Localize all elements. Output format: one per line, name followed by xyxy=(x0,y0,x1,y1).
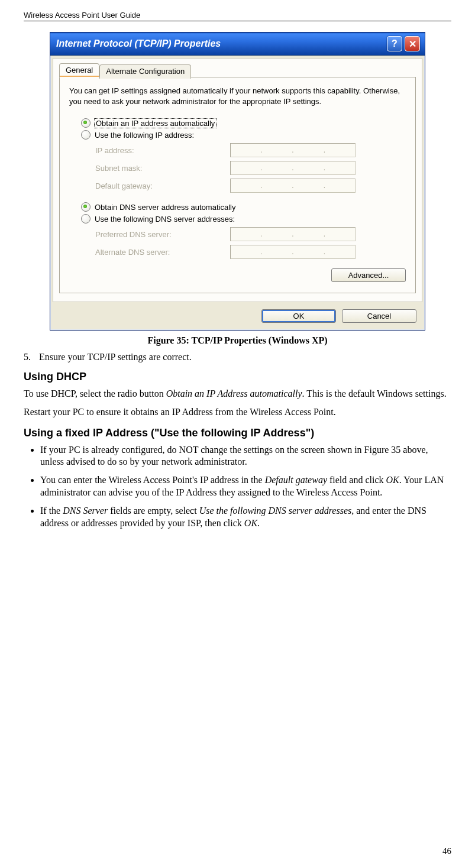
radio-use-following-ip[interactable]: Use the following IP address: xyxy=(81,130,406,140)
field-label: IP address: xyxy=(95,146,134,155)
ip-input[interactable]: ... xyxy=(230,161,356,175)
radio-icon xyxy=(81,118,91,128)
close-icon[interactable]: ✕ xyxy=(405,36,420,51)
text-run: . xyxy=(257,518,260,528)
ip-input[interactable]: ... xyxy=(230,179,356,193)
field-default-gateway: Default gateway: ... xyxy=(95,179,356,193)
step-5: 5.Ensure your TCP/IP settings are correc… xyxy=(24,352,451,362)
tab-general[interactable]: General xyxy=(59,63,99,77)
field-preferred-dns: Preferred DNS server: ... xyxy=(95,227,356,241)
ok-button[interactable]: OK xyxy=(261,309,336,323)
text-run: To use DHCP, select the radio button xyxy=(24,388,166,399)
help-icon[interactable]: ? xyxy=(387,36,402,51)
text-italic: OK xyxy=(386,475,399,485)
document-header: Wireless Access Point User Guide xyxy=(24,11,451,21)
radio-icon xyxy=(81,130,91,140)
field-label: Alternate DNS server: xyxy=(95,248,170,257)
radio-label: Obtain DNS server address automatically xyxy=(95,203,235,212)
tab-strip: General Alternate Configuration xyxy=(59,63,416,77)
radio-use-following-dns[interactable]: Use the following DNS server addresses: xyxy=(81,214,406,224)
step-text: Ensure your TCP/IP settings are correct. xyxy=(39,352,192,362)
heading-using-fixed-ip: Using a fixed IP Address ("Use the follo… xyxy=(24,427,451,439)
dialog-titlebar: Internet Protocol (TCP/IP) Properties ? … xyxy=(50,33,425,56)
figure-caption: Figure 35: TCP/IP Properties (Windows XP… xyxy=(24,335,451,346)
step-number: 5. xyxy=(24,352,39,362)
text-run: . This is the default Windows settings. xyxy=(302,388,447,399)
tab-alternate-configuration[interactable]: Alternate Configuration xyxy=(99,64,191,79)
list-item: If the DNS Server fields are empty, sele… xyxy=(40,505,451,530)
radio-icon xyxy=(81,202,91,212)
field-alternate-dns: Alternate DNS server: ... xyxy=(95,245,356,259)
bullet-list: If your PC is already configured, do NOT… xyxy=(24,444,451,530)
radio-label: Use the following DNS server addresses: xyxy=(95,215,235,224)
screenshot-dialog: Internet Protocol (TCP/IP) Properties ? … xyxy=(50,32,425,331)
text-italic: DNS Server xyxy=(63,506,108,516)
radio-label: Use the following IP address: xyxy=(95,131,194,140)
radio-icon xyxy=(81,214,91,224)
text-italic: Default gateway xyxy=(265,475,327,485)
ip-input[interactable]: ... xyxy=(230,245,356,259)
field-label: Default gateway: xyxy=(95,182,153,190)
dialog-title: Internet Protocol (TCP/IP) Properties xyxy=(56,38,387,49)
text-run: You can enter the Wireless Access Point'… xyxy=(40,475,265,485)
text-italic: Obtain an IP Address automatically xyxy=(166,388,302,399)
text-run: field and click xyxy=(327,475,386,485)
tab-panel-general: You can get IP settings assigned automat… xyxy=(59,77,416,293)
text-italic: OK xyxy=(244,518,257,528)
radio-obtain-ip-auto[interactable]: Obtain an IP address automatically xyxy=(81,118,406,128)
cancel-button[interactable]: Cancel xyxy=(342,309,416,323)
text-run: If the xyxy=(40,506,63,516)
list-item: If your PC is already configured, do NOT… xyxy=(40,444,451,469)
field-label: Preferred DNS server: xyxy=(95,230,172,239)
ip-input[interactable]: ... xyxy=(230,227,356,241)
text-run: fields are empty, select xyxy=(108,506,199,516)
field-ip-address: IP address: ... xyxy=(95,143,356,157)
advanced-button[interactable]: Advanced... xyxy=(331,268,406,282)
ip-input[interactable]: ... xyxy=(230,143,356,157)
heading-using-dhcp: Using DHCP xyxy=(24,371,451,383)
field-label: Subnet mask: xyxy=(95,164,143,173)
radio-label: Obtain an IP address automatically xyxy=(95,119,216,128)
text-italic: Use the following DNS server addresses xyxy=(199,506,352,516)
field-subnet-mask: Subnet mask: ... xyxy=(95,161,356,175)
dialog-description: You can get IP settings assigned automat… xyxy=(69,86,406,106)
dhcp-paragraph-2: Restart your PC to ensure it obtains an … xyxy=(24,406,451,419)
page-number: 46 xyxy=(442,846,451,856)
dhcp-paragraph-1: To use DHCP, select the radio button Obt… xyxy=(24,388,451,400)
radio-obtain-dns-auto[interactable]: Obtain DNS server address automatically xyxy=(81,202,406,212)
list-item: You can enter the Wireless Access Point'… xyxy=(40,474,451,499)
